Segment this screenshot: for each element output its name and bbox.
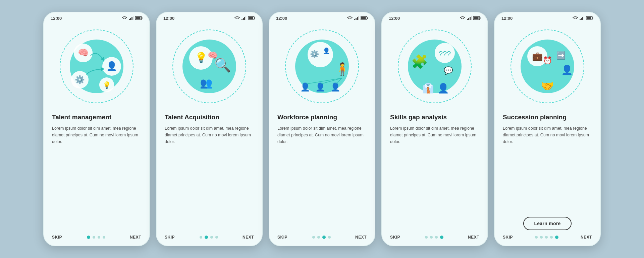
svg-text:👤: 👤 (323, 47, 330, 55)
svg-rect-49 (480, 17, 481, 19)
card-title-3: Workforce planning (277, 113, 367, 122)
wifi-icon-2 (234, 16, 240, 21)
battery-icon (135, 16, 143, 21)
status-icons-4 (460, 16, 481, 21)
card-title-4: Skills gap analysis (390, 113, 479, 122)
signal-icon-4 (467, 16, 472, 21)
next-button-3[interactable]: NEXT (355, 235, 367, 240)
svg-text:👥: 👥 (200, 77, 213, 89)
dot-1-2 (98, 236, 100, 239)
dot-3-3 (328, 236, 331, 239)
card-desc-4: Lorem ipsum dolor sit dim amet, mea regi… (390, 125, 479, 230)
wifi-icon-5 (573, 16, 578, 21)
svg-text:👤: 👤 (561, 64, 573, 75)
svg-text:💼: 💼 (532, 51, 543, 62)
svg-text:🤝: 🤝 (541, 80, 554, 92)
svg-text:👔: 👔 (422, 83, 434, 94)
status-time-1: 12:00 (51, 16, 62, 21)
dots-5 (535, 236, 558, 239)
dot-2-3 (215, 236, 218, 239)
svg-rect-16 (243, 18, 244, 20)
dot-4-0 (425, 236, 428, 239)
dot-2-1 (205, 236, 208, 239)
battery-icon-4 (473, 16, 481, 21)
card-desc-1: Lorem ipsum dolor sit dim amet, mea regi… (52, 125, 141, 230)
content-4: Skills gap analysis Lorem ipsum dolor si… (382, 110, 487, 230)
dot-5-1 (540, 236, 543, 239)
svg-text:👤: 👤 (437, 83, 449, 94)
nav-bar-2: SKIP NEXT (157, 230, 262, 246)
dot-1-1 (93, 236, 95, 239)
svg-rect-60 (584, 16, 584, 20)
svg-rect-32 (367, 17, 368, 19)
signal-icon-5 (580, 16, 584, 21)
skip-button-5[interactable]: SKIP (503, 235, 513, 240)
card-desc-5: Lorem ipsum dolor sit dim amet, mea regi… (503, 125, 592, 212)
card-title-2: Talent Acquisition (165, 113, 254, 122)
nav-bar-1: SKIP NEXT (44, 230, 149, 246)
dot-3-0 (312, 236, 315, 239)
next-button-2[interactable]: NEXT (243, 235, 254, 240)
skip-button-2[interactable]: SKIP (165, 235, 175, 240)
dot-3-2 (322, 236, 326, 239)
wifi-icon (122, 16, 127, 21)
svg-rect-28 (356, 18, 357, 20)
next-button-5[interactable]: NEXT (581, 235, 592, 240)
svg-rect-33 (361, 17, 366, 19)
svg-rect-57 (580, 19, 581, 20)
svg-rect-6 (136, 17, 141, 19)
svg-rect-50 (474, 17, 479, 19)
signal-icon (129, 16, 133, 21)
svg-rect-2 (131, 17, 132, 20)
dots-1 (87, 236, 105, 239)
svg-rect-3 (133, 16, 133, 20)
dots-2 (200, 236, 218, 239)
svg-rect-5 (142, 17, 143, 19)
status-time-2: 12:00 (163, 16, 174, 21)
skip-button-4[interactable]: SKIP (390, 235, 400, 240)
status-icons-2 (234, 16, 255, 21)
svg-text:⚙️: ⚙️ (310, 50, 319, 59)
status-time-3: 12:00 (276, 16, 287, 21)
svg-rect-30 (358, 16, 359, 20)
nav-bar-3: SKIP NEXT (269, 230, 375, 246)
next-button-4[interactable]: NEXT (468, 235, 479, 240)
svg-rect-45 (468, 18, 469, 20)
status-bar-2: 12:00 (157, 12, 262, 23)
phone-4: 12:00 🧩 (381, 12, 488, 246)
signal-icon-3 (354, 16, 359, 21)
illustration-1: 🧠 ⚙️ 👤 💡 (44, 23, 149, 110)
content-3: Workforce planning Lorem ipsum dolor sit… (269, 110, 375, 230)
skip-button-1[interactable]: SKIP (52, 235, 62, 240)
learn-more-button[interactable]: Learn more (523, 217, 571, 230)
svg-rect-63 (587, 17, 591, 19)
dot-1-3 (103, 236, 105, 239)
dot-5-0 (535, 236, 538, 239)
battery-icon-2 (248, 16, 255, 21)
phone-5: 12:00 💼 (494, 12, 601, 246)
svg-rect-21 (249, 17, 253, 19)
card-desc-2: Lorem ipsum dolor sit dim amet, mea regi… (165, 125, 254, 230)
nav-bar-4: SKIP NEXT (382, 230, 487, 246)
svg-rect-44 (467, 19, 468, 20)
next-button-1[interactable]: NEXT (130, 235, 141, 240)
svg-rect-59 (582, 17, 583, 20)
dot-2-2 (210, 236, 213, 239)
battery-icon-5 (586, 16, 593, 21)
dot-4-2 (435, 236, 438, 239)
svg-rect-27 (354, 19, 355, 20)
signal-icon-2 (241, 16, 246, 21)
dot-5-4 (555, 236, 558, 239)
card-desc-3: Lorem ipsum dolor sit dim amet, mea regi… (277, 125, 367, 230)
illustration-4: 🧩 ??? 💬 👔 👤 (382, 23, 487, 110)
svg-rect-29 (357, 17, 358, 20)
status-bar-3: 12:00 (269, 12, 375, 23)
svg-text:🧍: 🧍 (335, 62, 350, 76)
svg-text:💬: 💬 (444, 66, 453, 75)
svg-text:🧩: 🧩 (411, 54, 428, 70)
dot-1-0 (87, 236, 90, 239)
dot-4-1 (430, 236, 433, 239)
svg-text:👤: 👤 (106, 61, 117, 71)
skip-button-3[interactable]: SKIP (277, 235, 287, 240)
svg-rect-62 (593, 17, 593, 19)
